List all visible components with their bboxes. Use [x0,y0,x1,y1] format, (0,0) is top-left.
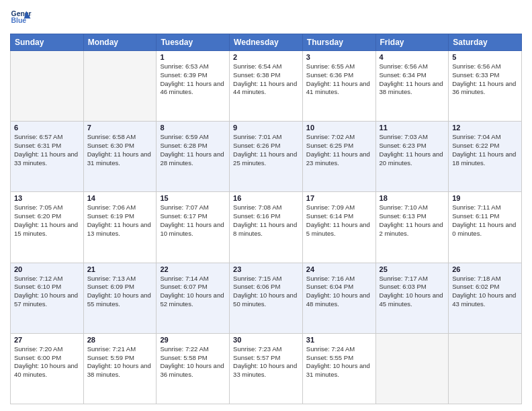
day-details: Sunrise: 7:01 AMSunset: 6:26 PMDaylight:… [233,133,299,167]
col-friday: Friday [375,34,449,51]
day-number: 18 [380,194,445,202]
day-number: 3 [306,53,372,61]
day-number: 19 [452,194,518,202]
table-row: 19Sunrise: 7:11 AMSunset: 6:11 PMDayligh… [449,192,522,263]
day-details: Sunrise: 7:10 AMSunset: 6:13 PMDaylight:… [380,203,445,238]
day-details: Sunrise: 7:13 AMSunset: 6:09 PMDaylight:… [87,275,153,309]
day-number: 7 [87,124,153,132]
day-number: 29 [160,336,226,344]
table-row: 31Sunrise: 7:24 AMSunset: 5:55 PMDayligh… [302,333,375,404]
col-sunday: Sunday [11,34,84,51]
day-number: 22 [160,265,226,273]
table-row: 11Sunrise: 7:03 AMSunset: 6:23 PMDayligh… [375,122,449,192]
calendar-table: Sunday Monday Tuesday Wednesday Thursday… [10,34,522,404]
table-row: 24Sunrise: 7:16 AMSunset: 6:04 PMDayligh… [302,263,375,333]
day-number: 26 [452,265,518,273]
table-row: 20Sunrise: 7:12 AMSunset: 6:10 PMDayligh… [11,263,84,333]
table-row: 25Sunrise: 7:17 AMSunset: 6:03 PMDayligh… [375,263,449,333]
day-details: Sunrise: 6:56 AMSunset: 6:34 PMDaylight:… [380,62,445,97]
day-details: Sunrise: 7:16 AMSunset: 6:04 PMDaylight:… [306,275,372,309]
day-number: 20 [14,265,80,273]
day-details: Sunrise: 7:08 AMSunset: 6:16 PMDaylight:… [233,203,299,238]
day-number: 27 [14,336,80,344]
day-details: Sunrise: 7:05 AMSunset: 6:20 PMDaylight:… [14,203,80,238]
day-number: 13 [14,194,80,202]
day-number: 12 [452,124,518,132]
table-row [449,333,522,404]
day-number: 24 [306,265,372,273]
logo: General Blue [10,7,34,28]
calendar-header-row: Sunday Monday Tuesday Wednesday Thursday… [11,34,522,51]
table-row: 5Sunrise: 6:56 AMSunset: 6:33 PMDaylight… [449,51,522,122]
table-row: 13Sunrise: 7:05 AMSunset: 6:20 PMDayligh… [11,192,84,263]
table-row: 18Sunrise: 7:10 AMSunset: 6:13 PMDayligh… [375,192,449,263]
day-details: Sunrise: 7:09 AMSunset: 6:14 PMDaylight:… [306,203,372,238]
calendar-week-row: 1Sunrise: 6:53 AMSunset: 6:39 PMDaylight… [11,51,522,122]
day-details: Sunrise: 7:12 AMSunset: 6:10 PMDaylight:… [14,275,80,309]
logo-icon: General Blue [10,7,32,28]
table-row: 3Sunrise: 6:55 AMSunset: 6:36 PMDaylight… [302,51,375,122]
day-number: 25 [380,265,445,273]
table-row [375,333,449,404]
table-row: 30Sunrise: 7:23 AMSunset: 5:57 PMDayligh… [230,333,303,404]
day-number: 10 [306,124,372,132]
day-number: 16 [233,194,299,202]
day-number: 30 [233,336,299,344]
calendar-week-row: 27Sunrise: 7:20 AMSunset: 6:00 PMDayligh… [11,333,522,404]
table-row: 9Sunrise: 7:01 AMSunset: 6:26 PMDaylight… [230,122,303,192]
table-row: 27Sunrise: 7:20 AMSunset: 6:00 PMDayligh… [11,333,84,404]
day-details: Sunrise: 7:17 AMSunset: 6:03 PMDaylight:… [380,275,445,309]
day-number: 2 [233,53,299,61]
day-number: 6 [14,124,80,132]
table-row [83,51,157,122]
day-number: 14 [87,194,153,202]
day-details: Sunrise: 7:15 AMSunset: 6:06 PMDaylight:… [233,275,299,309]
col-tuesday: Tuesday [157,34,230,51]
day-details: Sunrise: 7:23 AMSunset: 5:57 PMDaylight:… [233,345,299,379]
day-details: Sunrise: 7:21 AMSunset: 5:59 PMDaylight:… [87,345,153,379]
table-row: 15Sunrise: 7:07 AMSunset: 6:17 PMDayligh… [157,192,230,263]
day-number: 4 [380,53,445,61]
col-thursday: Thursday [302,34,375,51]
table-row [11,51,84,122]
day-number: 1 [160,53,226,61]
day-details: Sunrise: 6:59 AMSunset: 6:28 PMDaylight:… [160,133,226,167]
calendar-week-row: 13Sunrise: 7:05 AMSunset: 6:20 PMDayligh… [11,192,522,263]
table-row: 29Sunrise: 7:22 AMSunset: 5:58 PMDayligh… [157,333,230,404]
day-details: Sunrise: 7:14 AMSunset: 6:07 PMDaylight:… [160,275,226,309]
day-details: Sunrise: 6:56 AMSunset: 6:33 PMDaylight:… [452,62,518,97]
calendar-week-row: 6Sunrise: 6:57 AMSunset: 6:31 PMDaylight… [11,122,522,192]
day-number: 23 [233,265,299,273]
table-row: 1Sunrise: 6:53 AMSunset: 6:39 PMDaylight… [157,51,230,122]
table-row: 16Sunrise: 7:08 AMSunset: 6:16 PMDayligh… [230,192,303,263]
day-details: Sunrise: 7:20 AMSunset: 6:00 PMDaylight:… [14,345,80,379]
col-wednesday: Wednesday [230,34,303,51]
day-number: 21 [87,265,153,273]
day-number: 11 [380,124,445,132]
day-details: Sunrise: 6:54 AMSunset: 6:38 PMDaylight:… [233,62,299,97]
day-details: Sunrise: 6:55 AMSunset: 6:36 PMDaylight:… [306,62,372,97]
table-row: 28Sunrise: 7:21 AMSunset: 5:59 PMDayligh… [83,333,157,404]
svg-text:Blue: Blue [11,17,27,24]
day-details: Sunrise: 6:57 AMSunset: 6:31 PMDaylight:… [14,133,80,167]
table-row: 26Sunrise: 7:18 AMSunset: 6:02 PMDayligh… [449,263,522,333]
day-number: 15 [160,194,226,202]
header: General Blue [10,7,522,28]
day-number: 28 [87,336,153,344]
day-details: Sunrise: 7:06 AMSunset: 6:19 PMDaylight:… [87,203,153,238]
table-row: 2Sunrise: 6:54 AMSunset: 6:38 PMDaylight… [230,51,303,122]
table-row: 17Sunrise: 7:09 AMSunset: 6:14 PMDayligh… [302,192,375,263]
day-number: 9 [233,124,299,132]
day-details: Sunrise: 6:58 AMSunset: 6:30 PMDaylight:… [87,133,153,167]
day-details: Sunrise: 7:22 AMSunset: 5:58 PMDaylight:… [160,345,226,379]
day-details: Sunrise: 7:04 AMSunset: 6:22 PMDaylight:… [452,133,518,167]
table-row: 21Sunrise: 7:13 AMSunset: 6:09 PMDayligh… [83,263,157,333]
col-monday: Monday [83,34,157,51]
day-number: 31 [306,336,372,344]
day-number: 17 [306,194,372,202]
calendar-week-row: 20Sunrise: 7:12 AMSunset: 6:10 PMDayligh… [11,263,522,333]
day-number: 5 [452,53,518,61]
table-row: 10Sunrise: 7:02 AMSunset: 6:25 PMDayligh… [302,122,375,192]
day-details: Sunrise: 7:11 AMSunset: 6:11 PMDaylight:… [452,203,518,238]
col-saturday: Saturday [449,34,522,51]
